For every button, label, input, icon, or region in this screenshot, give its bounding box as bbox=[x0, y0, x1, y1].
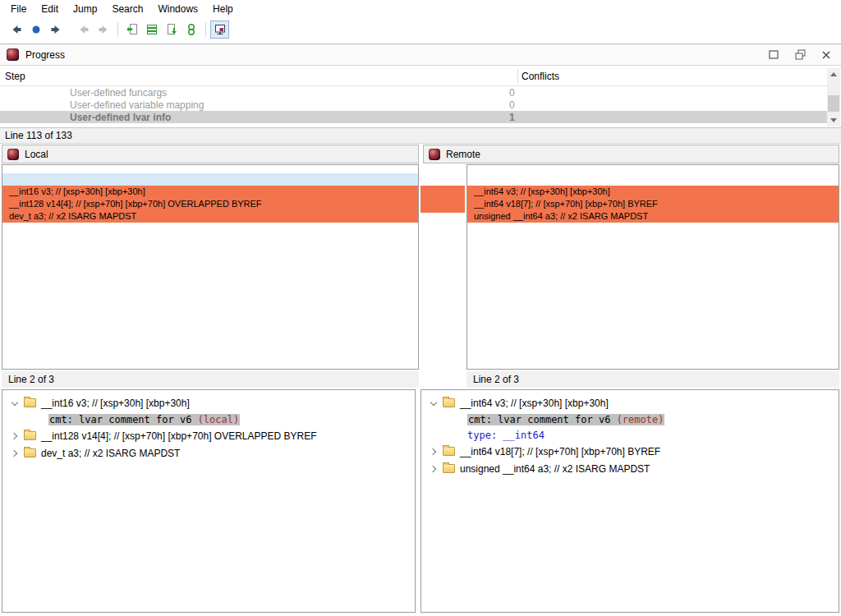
code-line[interactable]: __int16 v3; // [xsp+30h] [xbp+30h] bbox=[2, 186, 418, 198]
merge-list-button[interactable] bbox=[142, 21, 161, 39]
toolbar-separator bbox=[117, 22, 118, 37]
chevron-right-icon[interactable] bbox=[7, 430, 22, 443]
take-local-button[interactable] bbox=[122, 21, 141, 39]
arrow-right-icon bbox=[49, 23, 62, 36]
code-line[interactable] bbox=[467, 173, 839, 186]
messages-window-button[interactable] bbox=[210, 21, 229, 39]
link-views-button[interactable] bbox=[182, 21, 200, 39]
menu-help[interactable]: Help bbox=[205, 1, 241, 17]
doc-green-arrow-icon bbox=[126, 23, 139, 36]
maximize-button[interactable] bbox=[767, 49, 780, 61]
code-line[interactable]: __int64 v3; // [xsp+30h] [xbp+30h] bbox=[467, 186, 839, 198]
table-header[interactable]: Step Conflicts bbox=[0, 67, 827, 86]
tree-item-comment[interactable]: cmt: lvar comment for v6 (remote) bbox=[421, 411, 839, 427]
remote-detail-status: Line 2 of 3 bbox=[466, 371, 839, 388]
code-line[interactable]: __int128 v14[4]; // [xsp+70h] [xbp+70h] … bbox=[2, 198, 418, 210]
column-header-step[interactable]: Step bbox=[5, 71, 25, 82]
ida-logo-icon bbox=[7, 149, 19, 160]
column-header-conflicts[interactable]: Conflicts bbox=[522, 71, 559, 82]
nav-forward-button[interactable] bbox=[46, 21, 65, 39]
remote-detail-tree: __int64 v3; // [xsp+30h] [xbp+30h] cmt: … bbox=[420, 389, 839, 613]
lvar-comment-chip: cmt: lvar comment for v6 (local) bbox=[48, 414, 240, 425]
table-scrollbar[interactable] bbox=[827, 68, 840, 126]
scrollbar-thumb[interactable] bbox=[828, 95, 839, 112]
tree-item-type[interactable]: type: __int64 bbox=[421, 427, 839, 443]
tree-item[interactable]: __int128 v14[4]; // [xsp+70h] [xbp+70h] … bbox=[2, 427, 415, 444]
local-code-pane[interactable]: __int16 v3; // [xsp+30h] [xbp+30h] __int… bbox=[2, 164, 419, 370]
lvar-comment-chip: cmt: lvar comment for v6 (remote) bbox=[467, 414, 664, 425]
progress-steps-table: Step Conflicts User-defined funcargs 0 U… bbox=[0, 67, 841, 128]
local-pane-title: Local bbox=[25, 149, 48, 160]
toolbar-separator bbox=[205, 22, 206, 37]
arrow-left-gray-icon bbox=[77, 23, 90, 36]
blue-dot-icon bbox=[30, 23, 43, 36]
local-detail-tree: __int16 v3; // [xsp+30h] [xbp+30h] cmt: … bbox=[2, 389, 416, 613]
chevron-right-icon[interactable] bbox=[426, 445, 441, 458]
folder-icon bbox=[24, 398, 36, 407]
prev-conflict-button[interactable] bbox=[74, 21, 93, 39]
folder-icon bbox=[443, 464, 455, 473]
code-line-current[interactable] bbox=[2, 173, 418, 186]
local-detail-status: Line 2 of 3 bbox=[2, 371, 419, 388]
conflict-marker bbox=[420, 186, 465, 213]
chevron-right-icon[interactable] bbox=[7, 447, 22, 460]
code-line[interactable]: unsigned __int64 a3; // x2 ISARG MAPDST bbox=[467, 210, 839, 223]
linked-rings-icon bbox=[185, 23, 198, 36]
take-remote-button[interactable] bbox=[162, 21, 181, 39]
next-conflict-button[interactable] bbox=[94, 21, 113, 39]
ida-merge-window: File Edit Jump Search Windows Help bbox=[0, 0, 841, 616]
folder-icon bbox=[24, 431, 36, 440]
menu-edit[interactable]: Edit bbox=[34, 1, 66, 17]
tree-item[interactable]: __int16 v3; // [xsp+30h] [xbp+30h] bbox=[2, 394, 415, 411]
monitor-icon bbox=[214, 23, 227, 36]
folder-icon bbox=[443, 398, 455, 407]
menu-jump[interactable]: Jump bbox=[66, 1, 104, 17]
stacked-rows-icon bbox=[145, 23, 159, 36]
table-row-selected[interactable]: User-defined lvar info 1 bbox=[0, 111, 827, 123]
menu-search[interactable]: Search bbox=[104, 1, 150, 17]
menu-bar: File Edit Jump Search Windows Help bbox=[0, 0, 841, 18]
remote-pane-title: Remote bbox=[446, 149, 480, 160]
nav-current-button[interactable] bbox=[26, 21, 45, 39]
scroll-down-icon[interactable] bbox=[827, 114, 840, 126]
chevron-down-icon[interactable] bbox=[426, 397, 441, 410]
folder-icon bbox=[24, 448, 36, 457]
tree-item[interactable]: __int64 v3; // [xsp+30h] [xbp+30h] bbox=[421, 394, 839, 411]
remote-pane-header: Remote bbox=[423, 145, 839, 163]
folder-icon bbox=[443, 447, 455, 456]
remote-code-pane[interactable]: __int64 v3; // [xsp+30h] [xbp+30h] __int… bbox=[466, 164, 839, 370]
ida-logo-icon bbox=[7, 48, 19, 61]
arrow-right-gray-icon bbox=[97, 23, 110, 36]
tree-item[interactable]: dev_t a3; // x2 ISARG MAPDST bbox=[2, 444, 415, 462]
menu-file[interactable]: File bbox=[3, 1, 34, 17]
scroll-up-icon[interactable] bbox=[827, 68, 840, 80]
doc-green-down-arrow-icon bbox=[165, 23, 178, 36]
tree-item-comment[interactable]: cmt: lvar comment for v6 (local) bbox=[2, 411, 415, 427]
tree-item[interactable]: unsigned __int64 a3; // x2 ISARG MAPDST bbox=[421, 460, 839, 477]
chevron-down-icon[interactable] bbox=[7, 397, 22, 410]
code-line[interactable]: __int64 v18[7]; // [xsp+70h] [xbp+70h] B… bbox=[467, 198, 839, 210]
progress-title: Progress bbox=[25, 49, 65, 61]
column-divider[interactable] bbox=[517, 69, 518, 84]
local-pane-header: Local bbox=[2, 145, 419, 163]
float-button[interactable] bbox=[793, 49, 807, 61]
diff-gutter bbox=[420, 164, 465, 370]
tree-item[interactable]: __int64 v18[7]; // [xsp+70h] [xbp+70h] B… bbox=[421, 443, 839, 460]
diff-position-status: Line 113 of 133 bbox=[0, 128, 841, 144]
toolbar bbox=[0, 18, 841, 41]
menu-windows[interactable]: Windows bbox=[150, 1, 205, 17]
close-icon[interactable] bbox=[820, 49, 833, 61]
lvar-type-text: type: __int64 bbox=[467, 430, 545, 441]
progress-titlebar[interactable]: Progress bbox=[0, 44, 841, 66]
table-row[interactable]: User-defined variable mapping 0 bbox=[0, 99, 827, 111]
nav-back-button[interactable] bbox=[7, 21, 25, 39]
code-line[interactable]: dev_t a3; // x2 ISARG MAPDST bbox=[2, 210, 418, 223]
ida-logo-icon bbox=[429, 149, 440, 160]
chevron-right-icon[interactable] bbox=[426, 462, 441, 476]
arrow-left-icon bbox=[10, 23, 23, 36]
table-row[interactable]: User-defined funcargs 0 bbox=[0, 86, 827, 99]
